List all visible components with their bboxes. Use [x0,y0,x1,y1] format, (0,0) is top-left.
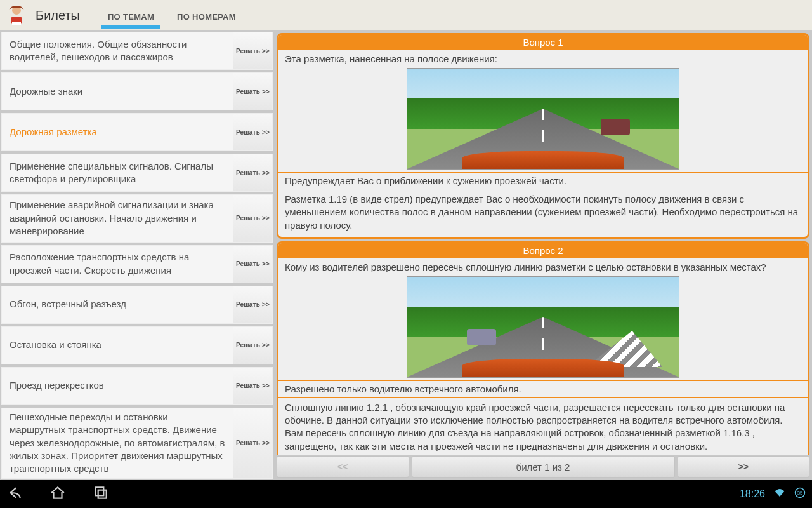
pager-indicator: билет 1 из 2 [412,456,675,478]
solve-button[interactable]: Решать >> [233,195,272,242]
solve-button[interactable]: Решать >> [233,408,272,478]
nav-left [6,485,109,504]
question-header: Вопрос 2 [278,243,808,258]
svg-rect-4 [98,490,107,498]
tab-by-theme[interactable]: ПО ТЕМАМ [105,3,157,28]
home-icon[interactable] [49,485,66,504]
question-image [407,68,679,170]
theme-row[interactable]: Обгон, встречный разъездРешать >> [1,286,273,324]
solve-button[interactable]: Решать >> [233,32,272,69]
clock: 18:26 [740,488,765,500]
battery-icon: 35 [794,487,806,501]
solve-button[interactable]: Решать >> [233,246,272,283]
question-answer: Предупреждает Вас о приближении к сужени… [278,172,808,189]
svg-rect-2 [12,22,21,25]
question-answer: Разрешено только водителю встречного авт… [278,380,808,397]
wifi-icon [774,487,785,501]
theme-label: Применение аварийной сигнализации и знак… [2,192,233,244]
solve-button[interactable]: Решать >> [233,327,272,364]
action-bar: Билеты ПО ТЕМАМ ПО НОМЕРАМ [0,0,812,30]
theme-row[interactable]: Расположение транспортных средств на про… [1,245,273,283]
question-explain: Разметка 1.19 (в виде стрел) предупрежда… [278,189,808,237]
theme-row[interactable]: Дорожная разметкаРешать >> [1,113,273,151]
question-card: Вопрос 2 Кому из водителей разрешено пер… [277,241,809,455]
theme-row[interactable]: Применение специальных сигналов. Сигналы… [1,154,273,192]
question-image-wrap [278,67,808,172]
scroll-indicator-icon [726,478,730,508]
theme-label: Остановка и стоянка [2,332,233,358]
back-icon[interactable] [6,485,23,504]
theme-row[interactable]: Проезд перекрестковРешать >> [1,367,273,405]
theme-row[interactable]: Общие положения. Общие обязанности водит… [1,32,273,70]
solve-button[interactable]: Решать >> [233,368,272,404]
question-image-wrap [278,275,808,380]
app-screen: Билеты ПО ТЕМАМ ПО НОМЕРАМ Общие положен… [0,0,812,508]
theme-label: Обгон, встречный разъезд [2,291,233,317]
question-text: Кому из водителей разрешено пересечь спл… [278,258,808,275]
tab-bar: ПО ТЕМАМ ПО НОМЕРАМ [105,0,239,30]
theme-label: Применение специальных сигналов. Сигналы… [2,154,233,192]
question-text: Эта разметка, нанесенная на полосе движе… [278,50,808,67]
pager-prev-button[interactable]: << [277,456,409,478]
question-panel: Вопрос 1 Эта разметка, нанесенная на пол… [274,30,812,480]
app-icon [5,4,28,27]
question-scroll[interactable]: Вопрос 1 Эта разметка, нанесенная на пол… [275,30,811,455]
pager-next-button[interactable]: >> [678,456,810,478]
recent-apps-icon[interactable] [93,485,109,504]
theme-label: Дорожные знаки [2,79,233,104]
theme-list[interactable]: Общие положения. Общие обязанности водит… [0,30,274,480]
theme-label: Пешеходные переходы и остановки маршрутн… [2,404,233,480]
solve-button[interactable]: Решать >> [233,73,272,110]
svg-text:35: 35 [797,490,802,496]
question-image [407,276,679,378]
status-tray: 18:26 35 [726,478,806,508]
tab-by-number[interactable]: ПО НОМЕРАМ [174,3,239,28]
main-content: Общие положения. Общие обязанности водит… [0,30,812,480]
theme-label: Проезд перекрестков [2,373,233,398]
question-explain: Сплошную линию 1.2.1 , обозначающую край… [278,397,808,455]
page-title: Билеты [36,8,80,23]
question-header: Вопрос 1 [278,35,808,50]
solve-button[interactable]: Решать >> [233,114,272,150]
theme-label: Дорожная разметка [2,119,233,145]
svg-rect-3 [95,487,103,495]
theme-row[interactable]: Пешеходные переходы и остановки маршрутн… [1,408,273,479]
solve-button[interactable]: Решать >> [233,286,272,323]
system-navbar: 18:26 35 [0,480,812,508]
theme-label: Общие положения. Общие обязанности водит… [2,32,233,70]
theme-row[interactable]: Применение аварийной сигнализации и знак… [1,194,273,243]
theme-label: Расположение транспортных средств на про… [2,244,233,283]
pager: << билет 1 из 2 >> [275,455,811,480]
theme-row[interactable]: Дорожные знакиРешать >> [1,72,273,110]
theme-row[interactable]: Остановка и стоянкаРешать >> [1,326,273,364]
solve-button[interactable]: Решать >> [233,154,272,191]
question-card: Вопрос 1 Эта разметка, нанесенная на пол… [277,33,809,239]
